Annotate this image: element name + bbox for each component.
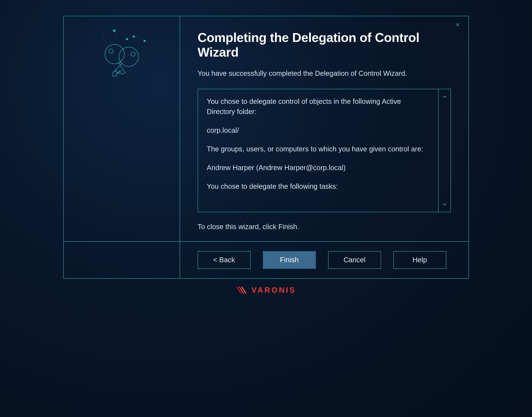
svg-point-9 [105, 44, 124, 64]
chevron-up-icon [442, 94, 447, 99]
summary-content: You chose to delegate control of objects… [198, 89, 438, 212]
brand-logo: VARONIS [236, 286, 296, 294]
svg-point-10 [109, 49, 113, 53]
varonis-mark-icon [236, 286, 248, 294]
svg-point-6 [126, 38, 128, 40]
cancel-button[interactable]: Cancel [328, 251, 381, 269]
wizard-intro: You have successfully completed the Dele… [198, 68, 451, 78]
help-button[interactable]: Help [394, 251, 446, 269]
wizard-footer: < Back Finish Cancel Help [180, 241, 468, 278]
keys-icon [92, 27, 152, 83]
back-button[interactable]: < Back [198, 251, 251, 269]
svg-point-7 [119, 47, 138, 66]
footer-spacer [64, 241, 180, 278]
scroll-up-button[interactable] [438, 92, 450, 101]
close-icon [455, 22, 460, 27]
svg-point-5 [144, 40, 146, 42]
wizard-sidebar [64, 16, 180, 241]
summary-line: The groups, users, or computers to which… [207, 144, 429, 154]
scroll-down-button[interactable] [438, 200, 450, 209]
wizard-outro: To close this wizard, click Finish. [198, 223, 451, 231]
summary-line: You chose to delegate the following task… [207, 181, 429, 191]
summary-folder: corp.local/ [207, 125, 429, 135]
summary-principal: Andrew Harper (Andrew Harper@corp.local) [207, 163, 429, 173]
summary-line: You chose to delegate control of objects… [207, 96, 429, 117]
close-button[interactable] [454, 21, 461, 28]
brand-text: VARONIS [251, 286, 296, 294]
wizard-main: Completing the Delegation of Control Wiz… [180, 16, 468, 241]
wizard-title: Completing the Delegation of Control Wiz… [198, 30, 451, 60]
summary-box: You chose to delegate control of objects… [198, 89, 451, 212]
chevron-down-icon [442, 202, 447, 207]
finish-button[interactable]: Finish [263, 251, 316, 269]
svg-point-8 [131, 52, 135, 56]
svg-point-3 [113, 30, 116, 32]
svg-point-4 [133, 35, 135, 38]
summary-scrollbar[interactable] [438, 89, 450, 212]
wizard-dialog: Completing the Delegation of Control Wiz… [63, 16, 469, 279]
